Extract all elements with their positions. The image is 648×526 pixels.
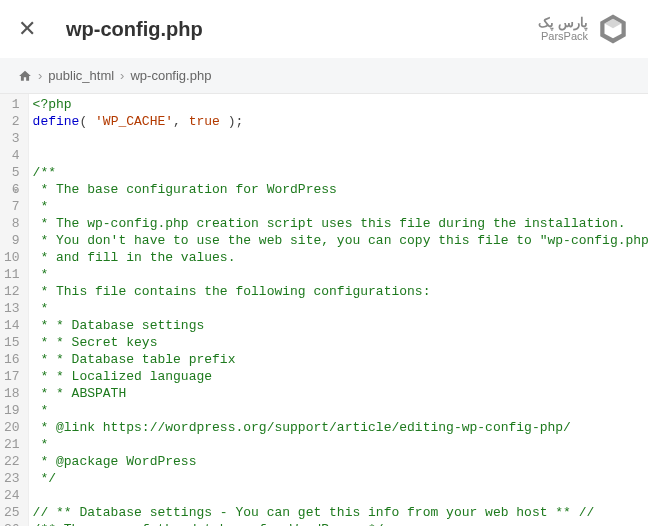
breadcrumb-item[interactable]: wp-config.php [130,68,211,83]
code-line[interactable]: * and fill in the values. [33,249,648,266]
code-line[interactable] [33,487,648,504]
code-line[interactable]: * * Localized language [33,368,648,385]
code-line[interactable]: * [33,402,648,419]
line-number: 10 [4,249,20,266]
line-number: 22 [4,453,20,470]
line-number: 13 [4,300,20,317]
line-number: 16 [4,351,20,368]
line-number: 23 [4,470,20,487]
line-number: 17 [4,368,20,385]
code-line[interactable]: * This file contains the following confi… [33,283,648,300]
breadcrumb-item[interactable]: public_html [48,68,114,83]
code-line[interactable]: * [33,436,648,453]
code-line[interactable]: * [33,198,648,215]
line-number: 7 [4,198,20,215]
chevron-right-icon: › [120,68,124,83]
line-number: 2 [4,113,20,130]
code-line[interactable]: * * Database table prefix [33,351,648,368]
code-line[interactable]: * * Database settings [33,317,648,334]
code-line[interactable]: /** [33,164,648,181]
code-editor[interactable]: 12345▾6789101112131415161718192021222324… [0,94,648,526]
line-number: 8 [4,215,20,232]
code-line[interactable]: * @link https://wordpress.org/support/ar… [33,419,648,436]
line-number: 14 [4,317,20,334]
line-number: 20 [4,419,20,436]
line-number: 24 [4,487,20,504]
code-line[interactable]: */ [33,470,648,487]
line-number: 19 [4,402,20,419]
code-line[interactable] [33,147,648,164]
code-line[interactable] [33,130,648,147]
brand-text-fa: پارس پک [538,16,588,30]
line-gutter: 12345▾6789101112131415161718192021222324… [0,94,29,526]
code-line[interactable]: * [33,266,648,283]
code-line[interactable]: // ** Database settings - You can get th… [33,504,648,521]
code-line[interactable]: * You don't have to use the web site, yo… [33,232,648,249]
brand-text-en: ParsPack [538,30,588,42]
code-line[interactable]: define( 'WP_CACHE', true ); [33,113,648,130]
line-number: 6 [4,181,20,198]
line-number: 1 [4,96,20,113]
code-line[interactable]: * The base configuration for WordPress [33,181,648,198]
code-line[interactable]: * * Secret keys [33,334,648,351]
line-number: 15 [4,334,20,351]
line-number: 3 [4,130,20,147]
breadcrumb: › public_html › wp-config.php [0,58,648,94]
editor-header: ✕ wp-config.php پارس پک ParsPack [0,0,648,58]
close-icon[interactable]: ✕ [18,16,36,42]
line-number: 18 [4,385,20,402]
file-title: wp-config.php [66,18,538,41]
line-number: 25 [4,504,20,521]
code-line[interactable]: * @package WordPress [33,453,648,470]
brand-hexagon-icon [596,12,630,46]
line-number: 26 [4,521,20,526]
line-number: 12 [4,283,20,300]
code-line[interactable]: <?php [33,96,648,113]
line-number: 5▾ [4,164,20,181]
code-area[interactable]: <?phpdefine( 'WP_CACHE', true ); /** * T… [29,94,648,526]
line-number: 4 [4,147,20,164]
brand-logo-area: پارس پک ParsPack [538,12,630,46]
code-line[interactable]: /** The name of the database for WordPre… [33,521,648,526]
code-line[interactable]: * The wp-config.php creation script uses… [33,215,648,232]
line-number: 11 [4,266,20,283]
chevron-right-icon: › [38,68,42,83]
line-number: 9 [4,232,20,249]
code-line[interactable]: * [33,300,648,317]
home-icon[interactable] [18,69,32,83]
line-number: 21 [4,436,20,453]
code-line[interactable]: * * ABSPATH [33,385,648,402]
